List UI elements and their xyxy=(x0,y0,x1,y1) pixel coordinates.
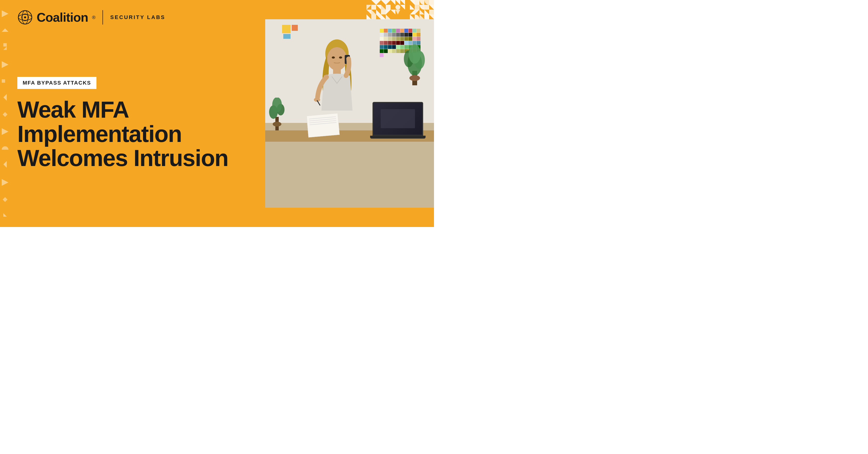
svg-marker-38 xyxy=(386,10,391,14)
svg-rect-49 xyxy=(424,5,429,10)
svg-marker-35 xyxy=(371,10,376,14)
svg-point-71 xyxy=(409,75,420,81)
registered-mark: ® xyxy=(92,15,95,20)
border-shape-5 xyxy=(2,79,8,83)
svg-marker-11 xyxy=(2,179,8,186)
laptop-base xyxy=(370,136,426,138)
article-photo xyxy=(265,19,434,208)
border-shape-12 xyxy=(3,197,7,202)
svg-marker-44 xyxy=(381,14,386,19)
border-shape-1 xyxy=(2,10,8,17)
security-labs-label: SECURITY LABS xyxy=(110,14,165,21)
svg-marker-7 xyxy=(3,112,7,117)
svg-marker-33 xyxy=(400,5,405,10)
svg-point-73 xyxy=(327,47,347,71)
left-decorative-border xyxy=(0,0,10,227)
svg-marker-10 xyxy=(3,161,7,168)
photo-content xyxy=(265,19,434,208)
border-shape-3 xyxy=(3,43,7,50)
svg-point-65 xyxy=(273,122,281,127)
plant-right xyxy=(404,42,426,86)
svg-rect-42 xyxy=(371,14,376,19)
svg-rect-51 xyxy=(415,5,420,10)
svg-marker-8 xyxy=(2,128,8,135)
border-shape-11 xyxy=(2,179,8,186)
svg-marker-25 xyxy=(400,0,405,5)
coalition-logo-icon xyxy=(18,10,33,25)
border-shape-6 xyxy=(3,94,7,101)
svg-point-70 xyxy=(409,44,421,64)
title-line-1: Weak MFA xyxy=(18,97,129,122)
svg-marker-57 xyxy=(429,14,434,19)
svg-marker-41 xyxy=(367,14,371,19)
svg-marker-43 xyxy=(376,14,381,19)
svg-marker-55 xyxy=(415,10,420,14)
svg-point-78 xyxy=(332,57,335,59)
svg-marker-26 xyxy=(367,5,371,10)
border-shape-7 xyxy=(3,112,7,117)
svg-marker-19 xyxy=(371,0,376,5)
border-shape-13 xyxy=(2,213,8,217)
svg-point-9 xyxy=(2,146,8,150)
svg-marker-3 xyxy=(3,46,7,50)
wall-art-blue xyxy=(283,34,290,39)
svg-point-79 xyxy=(339,57,342,59)
right-section xyxy=(251,0,434,227)
svg-marker-60 xyxy=(410,14,415,19)
svg-point-64 xyxy=(272,98,282,112)
svg-marker-56 xyxy=(410,10,415,14)
svg-marker-52 xyxy=(410,5,415,10)
svg-rect-27 xyxy=(371,5,376,10)
brand-name: Coalition xyxy=(37,10,88,25)
text-content: MFA BYPASS ATTACKS Weak MFA Implementati… xyxy=(18,39,236,217)
svg-point-18 xyxy=(24,17,26,18)
svg-marker-22 xyxy=(386,0,391,5)
tag-badge: MFA BYPASS ATTACKS xyxy=(18,77,96,89)
title-line-2: Implementation xyxy=(18,121,182,147)
svg-rect-30 xyxy=(386,5,391,10)
laptop-screen xyxy=(373,102,423,136)
plant-left xyxy=(269,98,285,132)
svg-marker-59 xyxy=(420,14,424,19)
wall-art-yellow xyxy=(282,25,290,33)
svg-rect-37 xyxy=(381,10,386,14)
laptop xyxy=(373,102,426,138)
border-shape-4 xyxy=(2,61,8,68)
border-shape-8 xyxy=(2,128,8,135)
svg-rect-2 xyxy=(3,43,7,46)
tag-label: MFA BYPASS ATTACKS xyxy=(23,80,91,86)
header: Coalition® SECURITY LABS xyxy=(18,10,236,25)
page-container: Coalition® SECURITY LABS MFA BYPASS ATTA… xyxy=(0,0,434,227)
svg-marker-23 xyxy=(391,0,396,5)
header-divider xyxy=(102,10,103,25)
svg-marker-0 xyxy=(2,10,8,17)
border-shape-9 xyxy=(2,146,8,150)
wall-art xyxy=(282,25,301,39)
svg-rect-5 xyxy=(2,79,5,83)
svg-marker-39 xyxy=(391,10,396,14)
notebook xyxy=(306,113,340,137)
svg-marker-6 xyxy=(3,94,7,101)
svg-marker-13 xyxy=(3,213,7,217)
svg-rect-53 xyxy=(429,10,434,14)
svg-marker-29 xyxy=(381,5,386,10)
wall-art-orange xyxy=(292,25,298,31)
svg-point-76 xyxy=(314,98,320,102)
border-shape-10 xyxy=(3,161,7,168)
svg-marker-21 xyxy=(381,0,386,5)
svg-marker-54 xyxy=(424,10,429,14)
svg-marker-12 xyxy=(3,197,7,202)
content-area: Coalition® SECURITY LABS MFA BYPASS ATTA… xyxy=(10,0,251,227)
title-line-3: Welcomes Intrusion xyxy=(18,145,228,171)
svg-marker-36 xyxy=(376,10,381,14)
svg-marker-24 xyxy=(396,0,400,5)
svg-marker-1 xyxy=(2,28,8,32)
svg-marker-20 xyxy=(376,0,381,5)
svg-marker-48 xyxy=(410,0,415,5)
svg-rect-58 xyxy=(424,14,429,19)
main-title: Weak MFA Implementation Welcomes Intrusi… xyxy=(18,98,236,170)
svg-marker-45 xyxy=(386,14,391,19)
svg-marker-4 xyxy=(2,61,8,68)
svg-marker-40 xyxy=(396,10,400,14)
logo-area: Coalition® xyxy=(18,10,95,25)
